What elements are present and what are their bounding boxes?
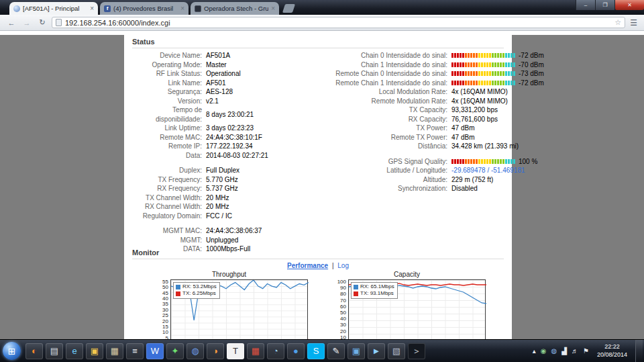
new-tab-button[interactable] <box>282 4 295 13</box>
field-value: 1000Mbps-Full <box>206 244 250 254</box>
image-viewer-icon[interactable]: ▧ <box>388 343 405 359</box>
status-field-version: Version:v2.1 <box>132 97 332 106</box>
field-label: Link Name: <box>132 79 202 88</box>
menu-icon[interactable]: ☰ <box>629 18 639 28</box>
field-value-text: 1000Mbps-Full <box>206 244 250 254</box>
office-writer-icon[interactable]: W <box>146 343 164 359</box>
taskbar-icons: ◐▤e▣▦≡W✦◍◑T▦◔●S✎▣►▧＞ <box>25 343 425 359</box>
forward-icon[interactable]: → <box>21 17 33 29</box>
notepad-icon[interactable]: ✎ <box>327 343 345 359</box>
field-label: Regulatory Domain: <box>132 212 202 221</box>
skype-icon[interactable]: S <box>307 343 325 359</box>
folder-icon[interactable]: ▣ <box>86 343 103 359</box>
volume-tray-icon[interactable]: ♬ <box>572 348 578 355</box>
field-value-text: Full Duplex <box>206 166 239 175</box>
browser-titlebar: [AF501A] - Principal × f (4) Provedores … <box>0 0 644 15</box>
back-icon[interactable]: ← <box>5 17 17 29</box>
tab-close-icon[interactable]: × <box>271 5 275 12</box>
field-label: Version: <box>132 97 202 106</box>
y-tick-label: 50 <box>340 310 346 316</box>
field-value-text: 100 % <box>519 157 537 167</box>
taskbar-clock[interactable]: 22:22 20/08/2014 <box>597 343 627 359</box>
log-link[interactable]: Log <box>337 262 349 269</box>
firefox-orange-icon[interactable]: ◑ <box>207 343 224 359</box>
firefox-icon-glyph: ◐ <box>32 347 37 355</box>
field-value-text: 20 MHz <box>206 193 229 203</box>
field-label: TX Frequency: <box>132 175 202 185</box>
media-player-icon[interactable]: ► <box>368 343 385 359</box>
status-field-altitude: Altitude:229 m (752 ft) <box>333 175 504 185</box>
field-label: Remote Chain 0 Intensidade do sinal: <box>333 69 447 79</box>
field-value-text: AES-128 <box>206 87 233 97</box>
firefox-icon[interactable]: ◐ <box>25 343 43 359</box>
status-field-tx-channel-width: TX Channel Width:20 MHz <box>132 193 332 203</box>
network-tray-icon[interactable]: ▟ <box>561 348 567 355</box>
coordinates-link[interactable]: -29.689478 / -51.469181 <box>451 166 525 175</box>
tab-close-icon[interactable]: × <box>180 5 184 12</box>
tab-close-icon[interactable]: × <box>90 5 94 12</box>
minimize-button[interactable]: – <box>576 0 595 10</box>
field-label: Duplex: <box>132 166 202 175</box>
blue-folder-icon[interactable]: ▣ <box>347 343 365 359</box>
y-tick-label: 20 <box>340 329 346 334</box>
status-field-remote-chain-0-intensidade-do-sinal: Remote Chain 0 Intensidade do sinal:-73 … <box>333 69 504 79</box>
security-tray-icon[interactable]: ◉ <box>541 348 547 355</box>
field-value: Disabled <box>451 184 478 193</box>
blue-folder-icon-glyph: ▣ <box>352 347 360 355</box>
field-value: 177.222.192.34 <box>206 142 253 151</box>
refresh-icon[interactable]: ↻ <box>36 17 48 29</box>
status-field-mgmt-mac: MGMT MAC:24:A4:3C:38:06:37 <box>132 226 332 236</box>
tab-operadora-stech[interactable]: Operadora Stech - Grupo × <box>191 2 279 15</box>
status-field-chain-1-intensidade-do-sinal: Chain 1 Intensidade do sinal:-70 dBm <box>333 60 504 70</box>
legend-label: TX: 6.25Mbps <box>182 290 216 297</box>
bookmark-star-icon[interactable]: ☆ <box>614 18 621 27</box>
tab-provedores-brasil[interactable]: f (4) Provedores Brasil × <box>100 2 189 15</box>
chart-legend: RX: 65.1MbpsTX: 93.1Mbps <box>351 282 398 299</box>
legend-swatch <box>176 285 180 289</box>
field-label: DATA: <box>132 244 202 254</box>
terminal-icon[interactable]: ＞ <box>408 343 425 359</box>
globe-icon[interactable]: ◍ <box>186 343 204 359</box>
status-field-seguran-a: Segurança:AES-128 <box>132 87 332 97</box>
show-desktop-button[interactable] <box>635 340 643 362</box>
performance-link[interactable]: Performance <box>287 262 328 269</box>
green-app-icon-glyph: ✦ <box>172 347 179 355</box>
maximize-button[interactable]: ❐ <box>595 0 614 10</box>
internet-explorer-icon[interactable]: e <box>66 343 83 359</box>
field-label: Altitude: <box>333 175 447 185</box>
field-value: -72 dBm <box>451 51 544 60</box>
field-value-text: 47 dBm <box>451 124 474 133</box>
blue-ball-icon[interactable]: ● <box>287 343 305 359</box>
status-field-rx-capacity: RX Capacity:76,761,600 bps <box>333 115 504 124</box>
start-button[interactable]: ⊞ <box>3 342 21 360</box>
field-label: RF Link Status: <box>132 69 202 79</box>
printer-tool-icon[interactable]: ▤ <box>46 343 63 359</box>
url-input[interactable] <box>65 19 611 27</box>
action-center-icon[interactable]: ⚑ <box>583 348 589 355</box>
field-label: TX Channel Width: <box>132 193 202 203</box>
field-value-text: 24:A4:3C:38:10:1F <box>206 133 262 142</box>
hidden-icons-arrow[interactable]: ▴ <box>533 348 536 355</box>
skype-icon-glyph: S <box>313 347 319 355</box>
field-label: RX Channel Width: <box>132 202 202 212</box>
update-tray-icon[interactable]: ◍ <box>551 348 557 355</box>
legend-swatch <box>354 285 358 289</box>
field-value: 20 MHz <box>206 193 229 203</box>
address-bar[interactable]: ☆ <box>52 17 625 28</box>
field-label: Data: <box>132 151 202 161</box>
field-value-text: 229 m (752 ft) <box>451 175 493 185</box>
tab-title: Operadora Stech - Grupo <box>204 5 268 12</box>
field-value-text: Unplugged <box>206 236 238 245</box>
document-icon[interactable]: ≡ <box>126 343 144 359</box>
text-editor-icon[interactable]: T <box>227 343 244 359</box>
red-grid-icon[interactable]: ▦ <box>247 343 264 359</box>
green-app-icon[interactable]: ✦ <box>166 343 184 359</box>
notebook-icon[interactable]: ▦ <box>106 343 123 359</box>
field-value: 229 m (752 ft) <box>451 175 493 185</box>
field-value-text: -73 dBm <box>519 69 544 79</box>
tab-af501a-principal[interactable]: [AF501A] - Principal × <box>9 2 98 15</box>
swirl-app-icon[interactable]: ◔ <box>267 343 284 359</box>
close-button[interactable]: ✕ <box>614 0 644 10</box>
y-axis: 100908070605040302010Mbps 0 <box>328 279 348 347</box>
field-value-text: 4x (16QAM MIMO) <box>451 97 508 106</box>
